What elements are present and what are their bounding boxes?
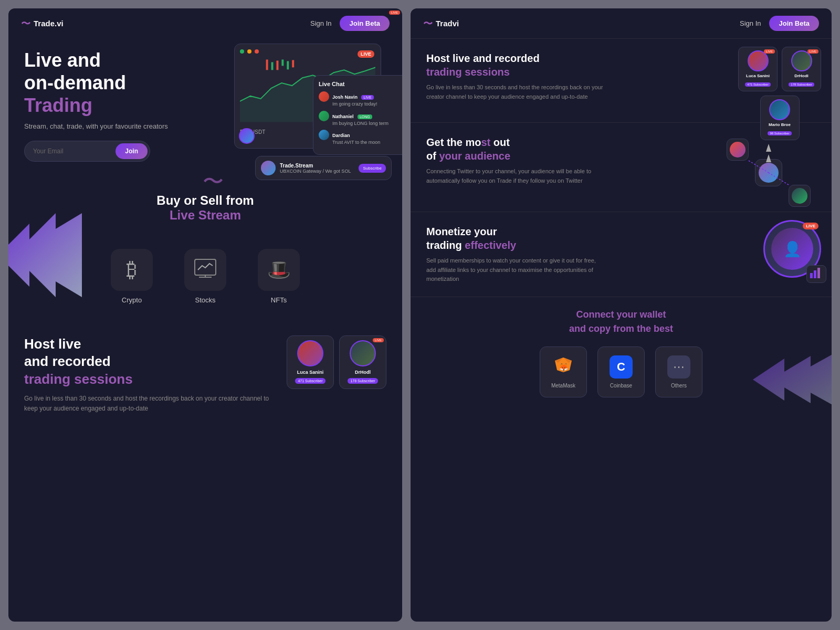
stream-name: Trade.Stream	[280, 163, 354, 169]
secondary-panel: 〜 Tradvi Sign In Join Beta Host live and…	[411, 8, 832, 622]
sec-name-1: Luca Sanini	[742, 74, 774, 78]
hero-subtitle: Stream, chat, trade, with your favourite…	[24, 122, 182, 130]
svg-rect-5	[287, 61, 289, 69]
chat-avatar-3	[319, 130, 329, 140]
profile-avatar-2	[350, 340, 376, 366]
wallet-card-metamask[interactable]: 🦊 MetaMask	[540, 346, 587, 397]
join-form-button[interactable]: Join	[116, 143, 148, 159]
audience-arrows	[721, 133, 816, 212]
profile-card-2: DrHodl 178 Subscriber LIVE	[339, 335, 386, 389]
long-tag: LONG	[358, 114, 372, 119]
audience-diagram	[721, 133, 816, 212]
host-desc: Go live in less than 30 seconds and host…	[24, 394, 271, 414]
chat-msg-3: Dardian Trust AVIT to the moon	[319, 130, 402, 146]
sec-avatar-2	[791, 50, 812, 71]
chat-text-1: Im going crazy today!	[332, 101, 377, 108]
brand-name: Trade.vi	[34, 19, 64, 28]
sign-in-button[interactable]: Sign In	[310, 19, 331, 27]
svg-rect-17	[817, 268, 820, 278]
main-panel: 〜 Trade.vi Sign In Join Beta Live and on…	[8, 8, 402, 622]
svg-marker-18	[753, 353, 832, 406]
svg-line-12	[769, 173, 789, 185]
metamask-icon: 🦊	[552, 355, 575, 379]
crypto-label: Crypto	[122, 296, 142, 304]
crypto-icon: ₿	[127, 258, 137, 281]
sec-monetize-desc: Sell paid memberships to watch your cont…	[426, 256, 605, 284]
profile-name-2: DrHodl	[344, 370, 382, 375]
profile-avatar-1	[297, 340, 323, 366]
nav-right: Sign In Join Beta	[310, 16, 390, 31]
sec-audience-text: Get the most out of your audience Connec…	[426, 135, 626, 185]
profile-card-1: Luca Sanini 471 Subscriber LIVE	[287, 335, 334, 389]
profile-name-1: Luca Sanini	[291, 370, 329, 375]
sec-monetize-title: Monetize your trading effectively	[426, 225, 626, 252]
stream-pair: UBXCOIN Gateway / We got SOL	[280, 169, 354, 174]
profile-cards: Luca Sanini 471 Subscriber LIVE DrHodl 1…	[287, 335, 386, 389]
sec-host-desc: Go live in less than 30 seconds and host…	[426, 83, 605, 101]
chat-name-1: Josh Navin	[332, 94, 358, 100]
sec-badge-2: 178 Subscriber	[789, 82, 814, 87]
sec-live-1: LIVE	[764, 49, 775, 54]
email-input[interactable]	[33, 148, 116, 155]
logo: 〜 Trade.vi	[21, 17, 64, 30]
chat-msg-2: Nathaniel LONG Im buying LONG long term	[319, 111, 402, 127]
chat-name-2: Nathaniel	[332, 114, 354, 119]
chat-text-2: Im buying LONG long term	[332, 120, 388, 127]
chart-mockup: LIVE FTT/USDT Live Chat Josh Navin LIVE …	[213, 33, 402, 180]
others-icon: ⋯	[667, 355, 690, 379]
crypto-icon-wrap: ₿	[111, 249, 153, 291]
live-tag-1: LIVE	[361, 95, 373, 100]
metamask-label: MetaMask	[547, 383, 580, 388]
sec-host-section: Host live and recorded trading sessions …	[411, 39, 832, 123]
coinbase-label: Coinbase	[604, 383, 638, 388]
email-form: Join	[24, 141, 150, 162]
trader-avatar	[239, 128, 255, 144]
coinbase-letter: C	[610, 355, 633, 379]
host-title-2: and recorded	[24, 353, 111, 369]
chat-avatar-1	[319, 91, 329, 102]
hero-title-line2: on-demand	[24, 72, 126, 93]
sec-profile-row: Luca Sanini 471 Subscriber LIVE DrHodl 1…	[738, 47, 821, 91]
wallet-card-coinbase[interactable]: C Coinbase	[597, 346, 645, 397]
stream-card: Trade.Stream UBXCOIN Gateway / We got SO…	[255, 156, 392, 180]
sec-audience-desc: Connecting Twitter to your channel, your…	[426, 167, 605, 185]
stream-row: Trade.Stream UBXCOIN Gateway / We got SO…	[261, 161, 386, 175]
hero-title: Live and on-demand Trading	[24, 49, 182, 117]
navbar: 〜 Trade.vi Sign In Join Beta	[8, 8, 402, 38]
subscribe-button[interactable]: Subscribe	[359, 164, 386, 173]
nfts-icon-wrap: 🎩	[258, 249, 300, 291]
stocks-label: Stocks	[195, 296, 215, 304]
svg-line-11	[749, 161, 769, 173]
coinbase-icon: C	[610, 355, 633, 379]
sec-audience-purple-st: st	[481, 136, 490, 148]
svg-rect-4	[281, 59, 284, 66]
sec-brand-name: Tradvi	[436, 19, 459, 28]
host-title-1: Host live	[24, 336, 81, 352]
logo-icon: 〜	[21, 17, 30, 30]
monetize-person-wrap: 👤 LIVE	[763, 220, 821, 278]
hero-section: Live and on-demand Trading Stream, chat,…	[8, 38, 402, 162]
bar-chart-icon	[806, 265, 826, 283]
wave-decoration: 〜	[203, 167, 224, 196]
sec-logo: 〜 Tradvi	[423, 17, 459, 30]
sec-wallet-section: Connect your walletand copy from the bes…	[411, 297, 832, 408]
sec-sign-in-button[interactable]: Sign In	[740, 19, 761, 27]
sec-nav-right: Sign In Join Beta	[740, 16, 819, 31]
sec-join-beta-button[interactable]: Join Beta	[769, 16, 819, 31]
wallet-card-others[interactable]: ⋯ Others	[655, 346, 702, 397]
host-text: Host live and recorded trading sessions …	[24, 335, 271, 414]
sec-host-text: Host live and recorded trading sessions …	[426, 51, 615, 101]
join-beta-button[interactable]: Join Beta	[340, 16, 390, 31]
nfts-label: NFTs	[271, 296, 287, 304]
live-indicator-2: LIVE	[373, 338, 384, 342]
svg-rect-16	[814, 270, 816, 278]
monetize-circle: 👤 LIVE	[763, 220, 821, 278]
sec-audience-title: Get the most out of your audience	[426, 135, 626, 163]
svg-rect-2	[271, 62, 274, 70]
profile-badge-2: 178 Subscriber	[348, 378, 377, 384]
others-icon-inner: ⋯	[667, 355, 690, 379]
sec-profile-2: DrHodl 178 Subscriber LIVE	[782, 47, 821, 91]
sec-host-title: Host live and recorded trading sessions	[426, 51, 615, 79]
sec-logo-icon: 〜	[423, 17, 433, 30]
host-title-purple: trading sessions	[24, 371, 133, 387]
